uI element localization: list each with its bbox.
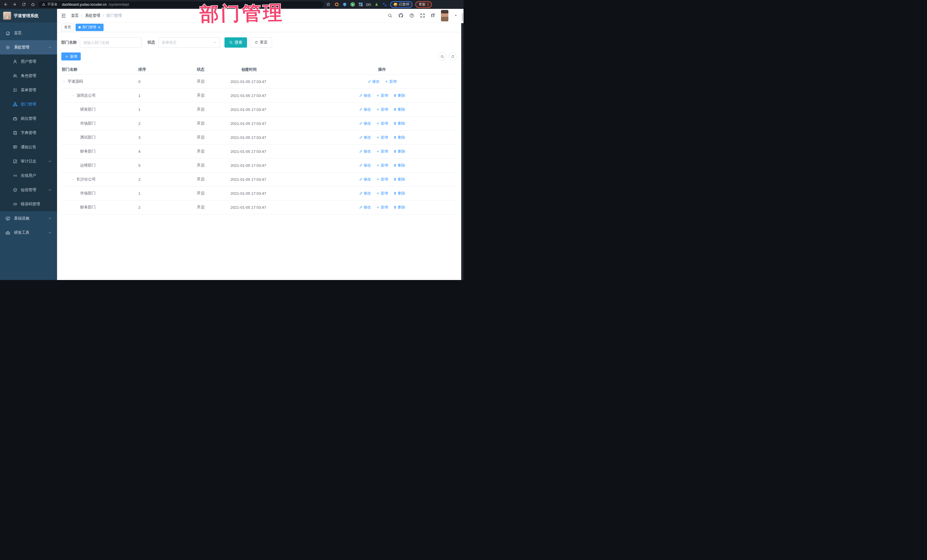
extension-paw[interactable]: 🐾	[382, 2, 387, 7]
fullscreen-icon[interactable]	[420, 13, 425, 18]
extension-translate-on[interactable]: on	[366, 2, 371, 7]
breadcrumb: 首页/系统管理/部门管理	[71, 13, 122, 18]
address-bar[interactable]: 不安全 dashboard.yudao.iocoder.cn/system/de…	[38, 2, 324, 8]
avatar[interactable]	[441, 10, 448, 21]
column-header: 排序	[138, 67, 197, 72]
sidebar-item-menu[interactable]: 菜单管理	[0, 83, 57, 97]
row-action-edit[interactable]: 修改	[359, 135, 371, 140]
status-select[interactable]: 菜单状态	[158, 37, 220, 48]
extension-grid[interactable]	[358, 2, 363, 7]
sidebar-item-sms[interactable]: 短信管理	[0, 183, 57, 197]
reload-icon[interactable]	[22, 2, 26, 7]
font-size-icon[interactable]: tT	[431, 13, 435, 18]
add-button[interactable]: 新增	[61, 52, 81, 61]
row-action-edit[interactable]: 修改	[359, 177, 371, 182]
row-action-delete[interactable]: 删除	[393, 205, 405, 210]
forward-icon[interactable]	[12, 2, 17, 7]
row-action-plus[interactable]: 新增	[376, 107, 388, 112]
row-action-plus[interactable]: 新增	[376, 191, 388, 196]
row-action-edit[interactable]: 修改	[359, 163, 371, 168]
row-action-delete[interactable]: 删除	[393, 191, 405, 196]
row-action-delete[interactable]: 删除	[393, 177, 405, 182]
tab-home[interactable]: 首页	[61, 24, 74, 31]
row-action-delete[interactable]: 删除	[393, 121, 405, 126]
row-action-delete[interactable]: 删除	[393, 163, 405, 168]
paused-extension-pill[interactable]: 🤪 已暂停	[390, 1, 412, 8]
extension-green-figure[interactable]: ♟	[374, 2, 379, 7]
row-action-plus[interactable]: 新增	[376, 121, 388, 126]
window-right-edge	[461, 9, 464, 280]
expand-arrow-icon[interactable]	[71, 178, 74, 181]
app-logo[interactable]: 🐰 芋道管理系统	[0, 9, 57, 23]
search-button[interactable]: 搜索	[225, 37, 247, 48]
row-action-delete[interactable]: 删除	[393, 135, 405, 140]
back-icon[interactable]	[3, 2, 8, 7]
breadcrumb-item[interactable]: 系统管理	[85, 13, 100, 18]
active-dot	[78, 26, 81, 29]
expand-arrow-icon[interactable]	[62, 80, 65, 83]
sidebar-item-system[interactable]: 系统管理	[0, 40, 57, 55]
sidebar-item-notice[interactable]: 通知公告	[0, 140, 57, 154]
toolbox-icon	[5, 231, 10, 235]
browser-update-button[interactable]: 更新	[415, 1, 432, 8]
reset-button[interactable]: 重置	[250, 37, 272, 48]
row-action-plus[interactable]: 新增	[376, 163, 388, 168]
sidebar-item-post[interactable]: 岗位管理	[0, 111, 57, 126]
row-action-delete[interactable]: 删除	[393, 149, 405, 154]
breadcrumb-item[interactable]: 部门管理	[107, 13, 122, 18]
sidebar-item-user[interactable]: 用户管理	[0, 55, 57, 69]
sidebar-item-role[interactable]: 角色管理	[0, 69, 57, 83]
row-action-edit[interactable]: 修改	[359, 121, 371, 126]
bookmark-star-icon[interactable]	[326, 2, 330, 7]
row-action-plus[interactable]: 新增	[376, 135, 388, 140]
sidebar-fold-icon[interactable]	[61, 13, 66, 18]
extension-green-check[interactable]: v	[350, 2, 355, 7]
caret-down-icon[interactable]	[454, 14, 457, 17]
row-action-edit[interactable]: 修改	[359, 93, 371, 98]
row-action-plus[interactable]: 新增	[376, 93, 388, 98]
row-action-edit[interactable]: 修改	[368, 79, 380, 84]
row-action-delete[interactable]: 删除	[393, 93, 405, 98]
help-icon[interactable]	[409, 13, 414, 18]
row-action-plus[interactable]: 新增	[376, 205, 388, 210]
status-text: 开启	[197, 107, 231, 112]
sidebar-item-errcode[interactable]: 错误码管理	[0, 197, 57, 211]
extension-orange-ring[interactable]	[334, 2, 339, 7]
sidebar-item-dept[interactable]: 部门管理	[0, 97, 57, 111]
home-icon[interactable]	[31, 2, 35, 7]
sidebar-item-audit[interactable]: 审计日志	[0, 154, 57, 168]
tab-dept[interactable]: 部门管理✕	[76, 24, 103, 31]
sidebar-item-home[interactable]: 首页	[0, 26, 57, 40]
row-action-edit[interactable]: 修改	[359, 205, 371, 210]
row-action-delete[interactable]: 删除	[393, 107, 405, 112]
search-icon[interactable]	[388, 13, 392, 18]
row-action-edit[interactable]: 修改	[359, 149, 371, 154]
user-icon	[13, 59, 17, 64]
url-host: dashboard.yudao.iocoder.cn	[62, 3, 107, 6]
toggle-search-button[interactable]	[438, 52, 446, 61]
sidebar-item-devtool[interactable]: 研发工具	[0, 226, 57, 240]
status-text: 开启	[197, 93, 231, 98]
dept-name-input[interactable]	[80, 37, 141, 48]
extensions-row: von♟🐾	[334, 2, 387, 7]
extension-blue-drop[interactable]	[342, 2, 347, 7]
row-action-plus[interactable]: 新增	[376, 149, 388, 154]
sidebar: 🐰 芋道管理系统 首页 系统管理 用户管理 角色管理 菜单管理 部门管理 岗位管…	[0, 9, 57, 280]
expand-arrow-icon[interactable]	[71, 94, 74, 97]
row-action-plus[interactable]: 新增	[376, 177, 388, 182]
table-row: 测试部门 3 开启 2021-01-05 17:03:47 修改新增删除	[61, 131, 457, 144]
close-icon[interactable]: ✕	[98, 26, 101, 29]
sidebar-item-online[interactable]: 在线用户	[0, 168, 57, 183]
breadcrumb-item[interactable]: 首页	[71, 13, 79, 18]
row-action-edit[interactable]: 修改	[359, 107, 371, 112]
row-action-plus[interactable]: 新增	[385, 79, 397, 84]
table-header: 部门名称排序状态创建时间操作	[61, 64, 457, 75]
scrollbar-thumb[interactable]	[462, 13, 463, 21]
sidebar-item-dict[interactable]: 字典管理	[0, 126, 57, 140]
refresh-table-button[interactable]	[449, 52, 457, 61]
depttree-icon	[13, 102, 17, 107]
row-action-edit[interactable]: 修改	[359, 191, 371, 196]
sidebar-item-infra[interactable]: 基础设施	[0, 211, 57, 226]
github-icon[interactable]	[398, 13, 403, 18]
menu-dots-icon[interactable]	[427, 3, 429, 6]
